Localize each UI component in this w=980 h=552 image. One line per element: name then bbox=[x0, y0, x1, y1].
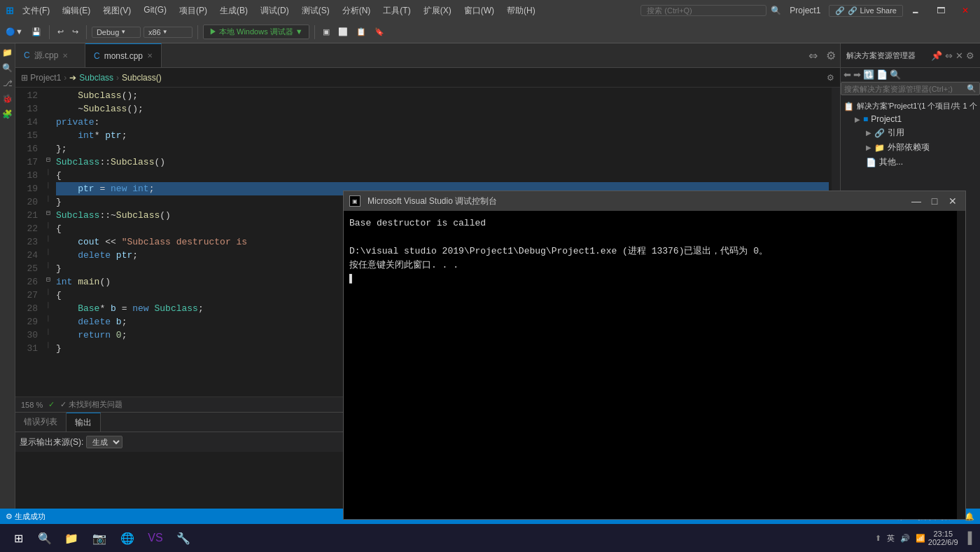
minimize-button[interactable]: 🗕 bbox=[906, 4, 925, 17]
sidebar-maximize-icon[interactable]: ⇔ bbox=[945, 50, 953, 61]
debug-console-close-btn[interactable]: ✕ bbox=[946, 194, 960, 208]
panel-tab-output[interactable]: 输出 bbox=[66, 413, 101, 432]
taskbar-tray: ⬆ 英 🔊 📶 bbox=[875, 533, 925, 544]
close-button[interactable]: ✕ bbox=[956, 4, 974, 17]
activity-debug-icon[interactable]: 🐞 bbox=[1, 92, 14, 105]
sol-extern-deps-item[interactable]: ▶ 📁 外部依赖项 bbox=[863, 140, 980, 155]
debug-console-content[interactable]: Base destructor is called D:\visual stud… bbox=[344, 211, 957, 519]
sol-references-label: 引用 bbox=[888, 127, 904, 139]
activity-extensions-icon[interactable]: 🧩 bbox=[1, 108, 14, 120]
toolbar-misc2[interactable]: ⬜ bbox=[335, 26, 351, 38]
toolbar-misc3[interactable]: 📋 bbox=[354, 26, 369, 38]
menu-test[interactable]: 测试(S) bbox=[296, 4, 335, 18]
debug-line-1: Base destructor is called bbox=[349, 216, 951, 230]
app-logo: ⊞ bbox=[6, 5, 14, 16]
notification-icon: 🔔 bbox=[965, 512, 974, 521]
taskbar-show-desktop-icon[interactable]: ▐ bbox=[961, 532, 974, 544]
toolbar-save-btn[interactable]: 💾 bbox=[29, 26, 44, 38]
activity-explorer-icon[interactable]: 📁 bbox=[1, 46, 14, 59]
tab-source-cpp-label: 源.cpp bbox=[34, 50, 59, 62]
platform-label: x86 bbox=[148, 28, 161, 36]
tab-close-icon2[interactable]: ✕ bbox=[147, 52, 153, 60]
toolbar-misc4[interactable]: 🔖 bbox=[372, 26, 387, 38]
sol-solution-item[interactable]: 📋 解决方案'Project1'(1 个项目/共 1 个 bbox=[841, 99, 980, 113]
menu-edit[interactable]: 编辑(E) bbox=[57, 4, 96, 18]
taskbar-misc-icon[interactable]: 🔧 bbox=[171, 527, 196, 549]
taskbar: ⊞ 🔍 📁 📷 🌐 VS 🔧 ⬆ 英 🔊 📶 23:15 2022/6/9 ▐ bbox=[0, 524, 980, 552]
sidebar-settings-icon[interactable]: ⚙ bbox=[966, 50, 974, 61]
menu-debug[interactable]: 调试(D) bbox=[255, 4, 295, 18]
sol-toolbar-icon1[interactable]: ⬅ bbox=[844, 69, 851, 80]
debug-line-2 bbox=[349, 230, 951, 244]
sol-toolbar-icon5[interactable]: 🔍 bbox=[890, 69, 901, 80]
menu-help[interactable]: 帮助(H) bbox=[501, 4, 541, 18]
chevron-icon: ▶ bbox=[866, 144, 872, 151]
status-notification[interactable]: 🔔 bbox=[965, 512, 974, 521]
output-source-select[interactable]: 生成 bbox=[86, 436, 122, 448]
debug-console-maximize-btn[interactable]: □ bbox=[927, 194, 941, 208]
activity-search-icon[interactable]: 🔍 bbox=[1, 62, 14, 74]
tray-notification-icon[interactable]: ⬆ bbox=[875, 534, 881, 543]
debug-scrollbar[interactable] bbox=[957, 211, 965, 519]
menu-file[interactable]: 文件(F) bbox=[17, 4, 55, 18]
menu-analyze[interactable]: 分析(N) bbox=[337, 4, 377, 18]
toolbar-redo-btn[interactable]: ↪ bbox=[69, 26, 81, 38]
debug-config-dropdown[interactable]: Debug ▼ bbox=[92, 27, 141, 38]
solution-search-input[interactable] bbox=[844, 85, 967, 93]
solution-tree: 📋 解决方案'Project1'(1 个项目/共 1 个 ▶ ■ Project… bbox=[841, 99, 980, 170]
taskbar-edge-icon[interactable]: 🌐 bbox=[115, 527, 140, 549]
toolbar-new-btn[interactable]: 🔵▼ bbox=[3, 26, 26, 38]
tab-settings-icon[interactable]: ⚙ bbox=[822, 49, 840, 62]
sol-toolbar-icon2[interactable]: ➡ bbox=[853, 69, 861, 80]
code-line-16: }; bbox=[56, 142, 829, 156]
title-search-input[interactable] bbox=[640, 5, 766, 16]
sol-toolbar-icon3[interactable]: 🔃 bbox=[863, 69, 874, 80]
sidebar-close-icon[interactable]: ✕ bbox=[955, 50, 963, 61]
tab-monst-cpp[interactable]: C monst.cpp ✕ bbox=[85, 43, 162, 67]
platform-dropdown[interactable]: x86 ▼ bbox=[144, 27, 192, 38]
menu-project[interactable]: 项目(P) bbox=[174, 4, 213, 18]
tab-close-icon[interactable]: ✕ bbox=[62, 52, 68, 60]
menu-tools[interactable]: 工具(T) bbox=[377, 4, 416, 18]
taskbar-explorer-icon[interactable]: 📁 bbox=[59, 527, 84, 549]
build-success-label: 生成成功 bbox=[15, 511, 46, 522]
liveshare-label: 🔗 Live Share bbox=[848, 6, 897, 15]
panel-tab-errors[interactable]: 错误列表 bbox=[15, 413, 66, 432]
run-button[interactable]: ▶ 本地 Windows 调试器 ▼ bbox=[203, 25, 309, 39]
debug-console-body: Base destructor is called D:\visual stud… bbox=[344, 211, 965, 519]
menu-view[interactable]: 视图(V) bbox=[97, 4, 136, 18]
editor-settings-icon[interactable]: ⚙ bbox=[827, 73, 834, 83]
taskbar-search-button[interactable]: 🔍 bbox=[34, 527, 56, 549]
debug-console-minimize-btn[interactable]: — bbox=[909, 194, 923, 208]
menu-extensions[interactable]: 扩展(X) bbox=[418, 4, 457, 18]
menu-build[interactable]: 生成(B) bbox=[214, 4, 253, 18]
tray-network-icon[interactable]: 📶 bbox=[916, 534, 925, 543]
sol-toolbar-icon4[interactable]: 📄 bbox=[876, 69, 888, 80]
tab-source-cpp[interactable]: C 源.cpp ✕ bbox=[15, 43, 85, 67]
code-line-15: int* ptr; bbox=[56, 129, 829, 142]
liveshare-button[interactable]: 🔗 🔗 Live Share bbox=[829, 5, 903, 17]
search-icon[interactable]: 🔍 bbox=[771, 6, 781, 15]
solution-icon: 📋 bbox=[844, 102, 854, 111]
solution-toolbar: ⬅ ➡ 🔃 📄 🔍 bbox=[841, 68, 980, 82]
start-button[interactable]: ⊞ bbox=[6, 525, 31, 551]
tray-speaker-icon[interactable]: 🔊 bbox=[900, 534, 910, 543]
maximize-button[interactable]: 🗖 bbox=[931, 4, 951, 17]
taskbar-clock[interactable]: 23:15 2022/6/9 bbox=[928, 530, 958, 546]
sol-references-item[interactable]: ▶ 🔗 引用 bbox=[863, 125, 980, 140]
sidebar-pin-icon[interactable]: 📌 bbox=[931, 50, 942, 61]
liveshare-icon: 🔗 bbox=[835, 6, 845, 15]
tray-lang-icon[interactable]: 英 bbox=[887, 533, 895, 544]
sol-project-item[interactable]: ▶ ■ Project1 bbox=[852, 113, 980, 125]
toolbar-undo-btn[interactable]: ↩ bbox=[55, 26, 66, 38]
taskbar-vs-icon[interactable]: VS bbox=[143, 527, 168, 549]
tab-split-icon[interactable]: ⇔ bbox=[804, 49, 822, 62]
sol-other-item[interactable]: 📄 其他... bbox=[863, 155, 980, 170]
menu-window[interactable]: 窗口(W) bbox=[458, 4, 500, 18]
sol-project-label: Project1 bbox=[871, 114, 902, 124]
status-build-success[interactable]: ⚙ 生成成功 bbox=[6, 511, 46, 522]
toolbar-misc1[interactable]: ▣ bbox=[320, 26, 332, 38]
menu-git[interactable]: Git(G) bbox=[138, 4, 172, 18]
taskbar-camera-icon[interactable]: 📷 bbox=[87, 527, 112, 549]
activity-git-icon[interactable]: ⎇ bbox=[1, 77, 14, 90]
